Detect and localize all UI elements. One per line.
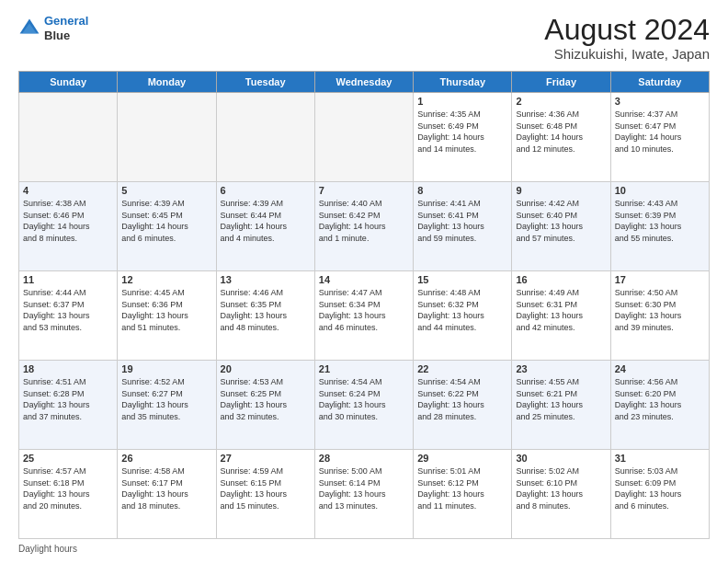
calendar-day-cell: 12Sunrise: 4:45 AM Sunset: 6:36 PM Dayli… [118, 271, 216, 361]
day-info: Sunrise: 4:38 AM Sunset: 6:46 PM Dayligh… [23, 198, 113, 244]
calendar-day-header: Monday [118, 72, 216, 93]
calendar-day-header: Thursday [414, 72, 512, 93]
day-number: 13 [221, 274, 311, 285]
logo-line1: General [44, 14, 88, 28]
day-info: Sunrise: 4:46 AM Sunset: 6:35 PM Dayligh… [221, 287, 311, 333]
calendar-day-cell: 6Sunrise: 4:39 AM Sunset: 6:44 PM Daylig… [216, 182, 314, 271]
calendar-day-cell: 16Sunrise: 4:49 AM Sunset: 6:31 PM Dayli… [512, 271, 610, 361]
day-info: Sunrise: 4:36 AM Sunset: 6:48 PM Dayligh… [516, 109, 606, 155]
day-info: Sunrise: 4:49 AM Sunset: 6:31 PM Dayligh… [516, 287, 606, 333]
day-info: Sunrise: 4:56 AM Sunset: 6:20 PM Dayligh… [615, 376, 705, 422]
day-info: Sunrise: 4:55 AM Sunset: 6:21 PM Dayligh… [516, 376, 606, 422]
day-number: 15 [417, 274, 507, 285]
main-title: August 2024 [544, 14, 710, 46]
day-number: 2 [516, 96, 606, 107]
day-number: 23 [516, 363, 606, 374]
day-number: 6 [221, 185, 311, 196]
day-number: 1 [417, 96, 507, 107]
logo-text: General Blue [44, 14, 88, 42]
day-number: 18 [23, 363, 113, 374]
calendar-day-cell [314, 93, 413, 182]
day-info: Sunrise: 4:40 AM Sunset: 6:42 PM Dayligh… [319, 198, 409, 244]
day-number: 26 [121, 453, 211, 464]
day-info: Sunrise: 4:37 AM Sunset: 6:47 PM Dayligh… [615, 109, 705, 155]
day-info: Sunrise: 4:54 AM Sunset: 6:22 PM Dayligh… [417, 376, 507, 422]
day-info: Sunrise: 5:00 AM Sunset: 6:14 PM Dayligh… [319, 465, 409, 511]
calendar-day-cell: 8Sunrise: 4:41 AM Sunset: 6:41 PM Daylig… [414, 182, 512, 271]
day-info: Sunrise: 4:59 AM Sunset: 6:15 PM Dayligh… [221, 465, 311, 511]
day-info: Sunrise: 4:50 AM Sunset: 6:30 PM Dayligh… [615, 287, 705, 333]
calendar-day-cell [216, 93, 314, 182]
calendar-day-cell: 22Sunrise: 4:54 AM Sunset: 6:22 PM Dayli… [414, 361, 512, 450]
logo: General Blue [18, 14, 88, 42]
day-number: 21 [319, 363, 409, 374]
day-info: Sunrise: 4:39 AM Sunset: 6:44 PM Dayligh… [221, 198, 311, 244]
day-info: Sunrise: 4:48 AM Sunset: 6:32 PM Dayligh… [417, 287, 507, 333]
calendar-header-row: SundayMondayTuesdayWednesdayThursdayFrid… [19, 72, 710, 93]
header: General Blue August 2024 Shizukuishi, Iw… [18, 14, 710, 62]
logo-icon [18, 17, 40, 40]
day-info: Sunrise: 4:39 AM Sunset: 6:45 PM Dayligh… [121, 198, 211, 244]
day-number: 27 [221, 453, 311, 464]
day-number: 12 [121, 274, 211, 285]
day-number: 25 [23, 453, 113, 464]
calendar-day-cell: 17Sunrise: 4:50 AM Sunset: 6:30 PM Dayli… [610, 271, 709, 361]
calendar-day-header: Tuesday [216, 72, 314, 93]
day-number: 30 [516, 453, 606, 464]
calendar-day-cell: 25Sunrise: 4:57 AM Sunset: 6:18 PM Dayli… [19, 450, 118, 539]
day-number: 17 [615, 274, 705, 285]
day-info: Sunrise: 4:42 AM Sunset: 6:40 PM Dayligh… [516, 198, 606, 244]
day-number: 31 [615, 453, 705, 464]
calendar-day-cell: 4Sunrise: 4:38 AM Sunset: 6:46 PM Daylig… [19, 182, 118, 271]
calendar-day-cell: 20Sunrise: 4:53 AM Sunset: 6:25 PM Dayli… [216, 361, 314, 450]
day-number: 20 [221, 363, 311, 374]
calendar-day-cell: 15Sunrise: 4:48 AM Sunset: 6:32 PM Dayli… [414, 271, 512, 361]
day-info: Sunrise: 5:02 AM Sunset: 6:10 PM Dayligh… [516, 465, 606, 511]
calendar-day-cell [118, 93, 216, 182]
day-number: 5 [121, 185, 211, 196]
calendar-week-row: 1Sunrise: 4:35 AM Sunset: 6:49 PM Daylig… [19, 93, 710, 182]
calendar-day-cell: 30Sunrise: 5:02 AM Sunset: 6:10 PM Dayli… [512, 450, 610, 539]
calendar-day-header: Sunday [19, 72, 118, 93]
calendar-day-cell: 24Sunrise: 4:56 AM Sunset: 6:20 PM Dayli… [610, 361, 709, 450]
calendar-day-cell: 28Sunrise: 5:00 AM Sunset: 6:14 PM Dayli… [314, 450, 413, 539]
day-number: 29 [417, 453, 507, 464]
day-number: 19 [121, 363, 211, 374]
calendar-day-cell: 31Sunrise: 5:03 AM Sunset: 6:09 PM Dayli… [610, 450, 709, 539]
calendar-table: SundayMondayTuesdayWednesdayThursdayFrid… [18, 71, 710, 539]
calendar-week-row: 4Sunrise: 4:38 AM Sunset: 6:46 PM Daylig… [19, 182, 710, 271]
day-number: 14 [319, 274, 409, 285]
calendar-day-cell: 26Sunrise: 4:58 AM Sunset: 6:17 PM Dayli… [118, 450, 216, 539]
page: General Blue August 2024 Shizukuishi, Iw… [0, 0, 728, 563]
day-info: Sunrise: 4:53 AM Sunset: 6:25 PM Dayligh… [221, 376, 311, 422]
calendar-day-cell: 27Sunrise: 4:59 AM Sunset: 6:15 PM Dayli… [216, 450, 314, 539]
day-number: 28 [319, 453, 409, 464]
calendar-day-header: Saturday [610, 72, 709, 93]
calendar-day-cell: 18Sunrise: 4:51 AM Sunset: 6:28 PM Dayli… [19, 361, 118, 450]
calendar-day-cell: 21Sunrise: 4:54 AM Sunset: 6:24 PM Dayli… [314, 361, 413, 450]
calendar-week-row: 25Sunrise: 4:57 AM Sunset: 6:18 PM Dayli… [19, 450, 710, 539]
day-number: 10 [615, 185, 705, 196]
calendar-day-cell: 10Sunrise: 4:43 AM Sunset: 6:39 PM Dayli… [610, 182, 709, 271]
day-number: 11 [23, 274, 113, 285]
day-number: 16 [516, 274, 606, 285]
title-block: August 2024 Shizukuishi, Iwate, Japan [544, 14, 710, 62]
calendar-day-cell: 29Sunrise: 5:01 AM Sunset: 6:12 PM Dayli… [414, 450, 512, 539]
calendar-day-cell: 2Sunrise: 4:36 AM Sunset: 6:48 PM Daylig… [512, 93, 610, 182]
calendar-day-cell: 19Sunrise: 4:52 AM Sunset: 6:27 PM Dayli… [118, 361, 216, 450]
calendar-week-row: 11Sunrise: 4:44 AM Sunset: 6:37 PM Dayli… [19, 271, 710, 361]
day-info: Sunrise: 5:03 AM Sunset: 6:09 PM Dayligh… [615, 465, 705, 511]
day-info: Sunrise: 4:58 AM Sunset: 6:17 PM Dayligh… [121, 465, 211, 511]
day-number: 3 [615, 96, 705, 107]
calendar-day-cell: 14Sunrise: 4:47 AM Sunset: 6:34 PM Dayli… [314, 271, 413, 361]
day-number: 9 [516, 185, 606, 196]
calendar-day-cell: 7Sunrise: 4:40 AM Sunset: 6:42 PM Daylig… [314, 182, 413, 271]
day-number: 7 [319, 185, 409, 196]
day-info: Sunrise: 4:54 AM Sunset: 6:24 PM Dayligh… [319, 376, 409, 422]
day-info: Sunrise: 4:57 AM Sunset: 6:18 PM Dayligh… [23, 465, 113, 511]
day-info: Sunrise: 4:44 AM Sunset: 6:37 PM Dayligh… [23, 287, 113, 333]
day-number: 8 [417, 185, 507, 196]
calendar-day-cell: 9Sunrise: 4:42 AM Sunset: 6:40 PM Daylig… [512, 182, 610, 271]
day-info: Sunrise: 4:41 AM Sunset: 6:41 PM Dayligh… [417, 198, 507, 244]
calendar-day-cell: 1Sunrise: 4:35 AM Sunset: 6:49 PM Daylig… [414, 93, 512, 182]
